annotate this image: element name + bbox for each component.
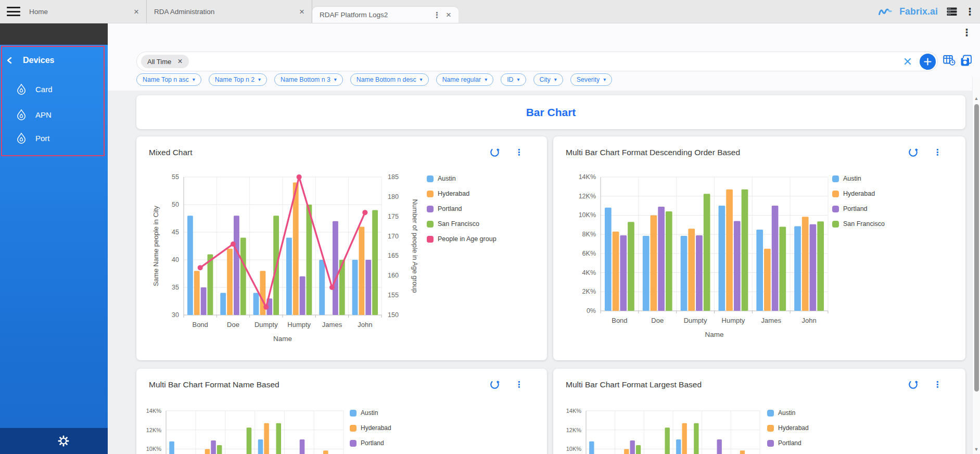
svg-text:Humpty: Humpty — [287, 321, 311, 329]
legend-item-portland[interactable]: Portland — [350, 439, 401, 447]
topbar-right-cluster: Fabrix.ai ⋮ — [878, 0, 976, 23]
sidebar-item-port[interactable]: Port — [2, 130, 104, 146]
svg-text:14K%: 14K% — [146, 408, 162, 414]
legend-item-san-francisco[interactable]: San Francisco — [832, 220, 885, 228]
tab-close-icon[interactable]: × — [446, 10, 451, 19]
filter-chip-severity[interactable]: Severity▾ — [570, 73, 612, 86]
filter-chip-label: Name Bottom n 3 — [281, 76, 330, 83]
legend-label: Portland — [778, 439, 801, 447]
tab-home[interactable]: Home× — [22, 0, 147, 23]
sidebar-item-label: Card — [35, 85, 53, 94]
svg-text:James: James — [322, 321, 342, 329]
filter-chip-name-top-n-asc[interactable]: Name Top n asc▾ — [136, 73, 201, 86]
legend-swatch — [427, 175, 434, 182]
chevron-down-icon: ▾ — [420, 77, 423, 82]
filter-chip-label: Severity — [577, 76, 600, 83]
filter-chip-name-top-n-2[interactable]: Name Top n 2▾ — [209, 73, 267, 86]
legend-item-hyderabad[interactable]: Hyderabad — [832, 190, 885, 198]
chart-kebab-icon[interactable]: ⋮ — [515, 381, 523, 389]
refresh-icon[interactable] — [908, 379, 919, 390]
scrollbar-track[interactable]: ▲ ▼ — [972, 77, 980, 454]
legend-item-hyderabad[interactable]: Hyderabad — [350, 424, 401, 432]
tab-kebab-icon[interactable]: ⋮ — [433, 11, 441, 19]
svg-text:10K%: 10K% — [566, 446, 582, 452]
filter-chip-name-bottom-n-desc[interactable]: Name Bottom n desc▾ — [350, 73, 429, 86]
svg-text:2K%: 2K% — [582, 288, 596, 295]
time-filter-label: All Time — [147, 58, 171, 66]
legend-item-portland[interactable]: Portland — [767, 439, 818, 447]
svg-text:Bond: Bond — [612, 317, 627, 324]
legend-swatch — [767, 440, 774, 447]
legend-item-austin[interactable]: Austin — [767, 409, 818, 417]
topbar-kebab-icon[interactable]: ⋮ — [964, 7, 976, 17]
legend-swatch — [427, 206, 434, 212]
clear-filters-icon[interactable] — [903, 57, 912, 66]
tab-rda-administration[interactable]: RDA Administration× — [147, 0, 312, 23]
flame-icon — [16, 132, 27, 144]
legend-swatch — [832, 191, 839, 197]
legend-item-portland[interactable]: Portland — [832, 205, 885, 213]
legend-item-austin[interactable]: Austin — [832, 174, 885, 183]
svg-text:Name: Name — [273, 335, 292, 343]
legend-label: Austin — [843, 175, 861, 182]
legend-item-people-in-age-group[interactable]: People in Age group — [427, 235, 497, 243]
hamburger-menu-icon[interactable] — [7, 7, 20, 16]
legend-swatch — [832, 206, 839, 212]
filter-chip-name-regular[interactable]: Name regular▾ — [436, 73, 494, 86]
legend-item-portland[interactable]: Portland — [427, 205, 497, 213]
legend-item-hyderabad[interactable]: Hyderabad — [427, 190, 497, 198]
legend-swatch — [767, 410, 774, 417]
legend-item-san-francisco[interactable]: San Francisco — [427, 220, 497, 228]
refresh-icon[interactable] — [489, 379, 500, 390]
legend-item-austin[interactable]: Austin — [427, 174, 497, 183]
chart-title: Multi Bar Chart Format Name Based — [149, 380, 279, 389]
legend-label: Austin — [361, 409, 378, 417]
page-kebab-icon[interactable]: ⋮ — [962, 27, 972, 39]
table-schedule-icon[interactable] — [943, 55, 956, 66]
legend-item-austin[interactable]: Austin — [350, 409, 401, 417]
refresh-icon[interactable] — [489, 147, 500, 158]
chart-kebab-icon[interactable]: ⋮ — [515, 148, 523, 157]
filter-chip-name-bottom-n-3[interactable]: Name Bottom n 3▾ — [274, 73, 343, 86]
chart-kebab-icon[interactable]: ⋮ — [933, 381, 941, 389]
back-chevron-icon[interactable] — [6, 56, 12, 65]
tab-close-icon[interactable]: × — [134, 7, 139, 16]
remove-time-filter-icon[interactable]: × — [177, 57, 182, 66]
svg-text:Humpty: Humpty — [722, 317, 745, 324]
sidebar-item-label: Port — [35, 134, 50, 143]
svg-text:10K%: 10K% — [579, 211, 596, 219]
svg-text:175: 175 — [388, 213, 399, 220]
scroll-up-arrow-icon[interactable]: ▲ — [974, 96, 979, 101]
filter-bar[interactable]: All Time × — [136, 52, 938, 71]
chart-kebab-icon[interactable]: ⋮ — [933, 148, 941, 157]
save-view-icon[interactable] — [960, 55, 972, 67]
legend-swatch — [427, 191, 434, 197]
tab-close-icon[interactable]: × — [299, 7, 304, 16]
svg-text:155: 155 — [388, 292, 399, 299]
time-filter-chip[interactable]: All Time × — [141, 55, 189, 68]
top-bar: Home×RDA Administration×RDAF Platform Lo… — [0, 0, 980, 23]
scrollbar-thumb[interactable] — [974, 104, 979, 392]
svg-text:Same Name people in City: Same Name people in City — [152, 206, 160, 286]
legend-item-hyderabad[interactable]: Hyderabad — [767, 424, 818, 432]
filter-chip-label: Name Bottom n desc — [357, 76, 416, 83]
svg-text:Name: Name — [705, 331, 723, 338]
filter-chip-city[interactable]: City▾ — [533, 73, 563, 86]
server-rack-icon[interactable] — [947, 7, 957, 16]
svg-text:12K%: 12K% — [566, 427, 582, 433]
filter-chip-id[interactable]: ID▾ — [501, 73, 526, 86]
sidebar-item-card[interactable]: Card — [2, 81, 104, 97]
brand-name: Fabrix.ai — [899, 6, 938, 17]
gear-icon[interactable] — [57, 435, 70, 447]
chart-legend: AustinHyderabadPortlandSan Francisco — [832, 174, 885, 228]
sidebar-item-apn[interactable]: APN — [2, 107, 104, 122]
tab-rdaf-platform-logs2[interactable]: RDAF Platform Logs2⋮× — [312, 7, 459, 23]
svg-text:35: 35 — [172, 284, 179, 291]
chart-card-largest-based: Multi Bar Chart Format Largest Based ⋮ 0… — [553, 369, 965, 454]
svg-text:Dumpty: Dumpty — [684, 317, 707, 324]
scroll-down-arrow-icon[interactable]: ▼ — [974, 447, 979, 452]
svg-text:55: 55 — [172, 173, 179, 181]
tab-strip: Home×RDA Administration×RDAF Platform Lo… — [22, 0, 459, 23]
add-filter-button[interactable] — [920, 54, 936, 70]
refresh-icon[interactable] — [908, 147, 919, 158]
